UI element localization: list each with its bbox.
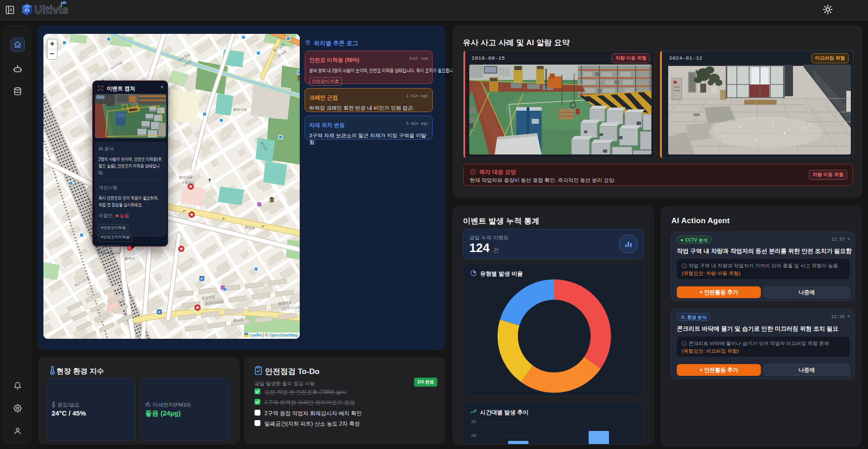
svg-text:P: P <box>201 277 203 281</box>
svg-text:평택시장: 평택시장 <box>233 108 247 112</box>
svg-text:평택역: 평택역 <box>125 257 135 261</box>
svg-text:평택성동: 평택성동 <box>179 175 193 179</box>
svg-text:P: P <box>158 310 161 314</box>
svg-text:✝: ✝ <box>208 178 212 183</box>
svg-text:초등학교: 초등학교 <box>181 181 195 185</box>
svg-text:평남로: 평남로 <box>233 318 244 322</box>
